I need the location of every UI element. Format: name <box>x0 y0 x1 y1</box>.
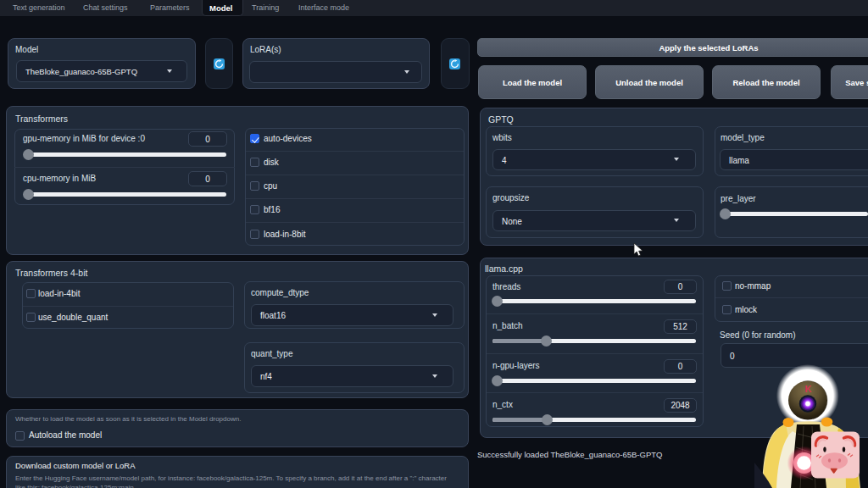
svg-text:K: K <box>805 384 812 394</box>
